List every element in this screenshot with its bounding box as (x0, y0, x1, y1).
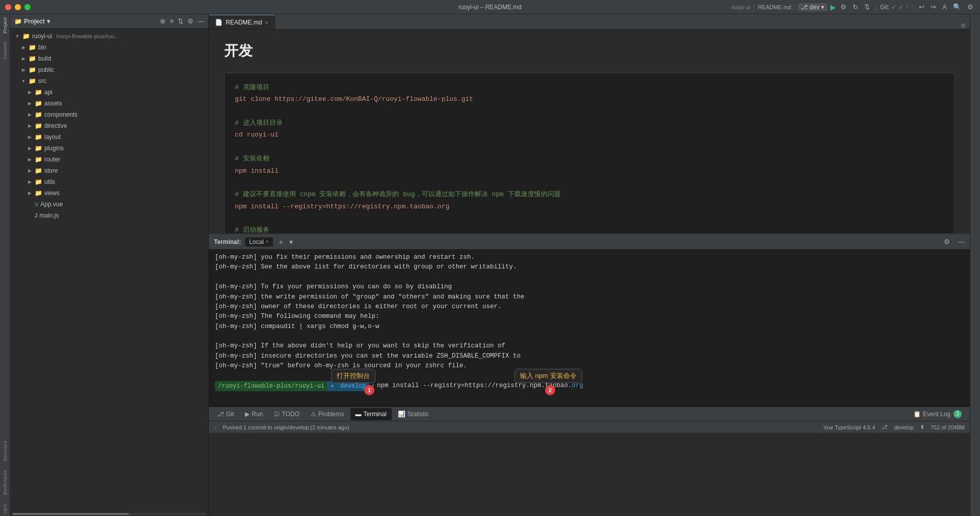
api-label: api (44, 89, 52, 96)
terminal-tab-label: Local (249, 238, 264, 246)
term-line-5: [oh-my-zsh] owner of these directories i… (215, 302, 964, 312)
sidebar-item-structure[interactable]: Structure (3, 441, 8, 461)
term-line-10: [oh-my-zsh] "true" before oh-my-zsh is s… (215, 361, 964, 371)
redo-icon[interactable]: ↪ (929, 3, 938, 11)
terminal-local-tab[interactable]: Local × (245, 237, 273, 247)
status-bar: ↑ Pushed 1 commit to origin/develop (2 m… (209, 421, 970, 433)
terminal-header: Terminal: Local × + ▾ ⚙ — (209, 234, 970, 250)
tab-close-icon[interactable]: × (265, 19, 268, 25)
tree-item-layout[interactable]: ▶ 📁 layout (10, 131, 208, 143)
settings-gear-icon[interactable]: ⚙ (187, 17, 194, 25)
tree-item-bin[interactable]: ▶ 📁 bin (10, 42, 208, 53)
tree-item-store[interactable]: ▶ 📁 store (10, 165, 208, 176)
tab-terminal[interactable]: ▬ Terminal (350, 408, 392, 420)
tree-item-utils[interactable]: ▶ 📁 utils (10, 176, 208, 187)
tree-item-public[interactable]: ▶ 📁 public (10, 64, 208, 75)
tree-item-appvue[interactable]: V App.vue (10, 199, 208, 210)
tree-item-components[interactable]: ▶ 📁 components (10, 109, 208, 120)
search-icon[interactable]: 🔍 (951, 3, 963, 11)
arrow-layout: ▶ (26, 134, 33, 140)
todo-tab-icon: ☑ (274, 411, 280, 418)
term-line-9: [oh-my-zsh] insecure directories you can… (215, 351, 964, 361)
settings-icon[interactable]: ⚙ (966, 3, 975, 11)
minimize-window-btn[interactable] (15, 4, 21, 10)
folder-store-icon: 📁 (35, 167, 42, 174)
tab-git[interactable]: ⎇ Git (212, 408, 239, 420)
tab-statistic[interactable]: 📊 Statistic (393, 408, 434, 420)
section-heading: 开发 (224, 40, 955, 63)
maximize-window-btn[interactable] (24, 4, 31, 10)
run-button[interactable]: ▶ (830, 3, 836, 11)
terminal-tab-label-bottom: Terminal (364, 411, 387, 418)
folder-layout-icon: 📁 (35, 133, 42, 141)
sidebar-item-commit[interactable]: Commit (3, 42, 8, 59)
prompt-branch: ✦ (328, 381, 337, 392)
window-title: ruoyi-ui – README.md (458, 4, 522, 11)
add-file-icon[interactable]: ⊕ (160, 17, 166, 25)
tab-run[interactable]: ▶ Run (240, 408, 268, 420)
eventlog-badge: 3 (954, 410, 962, 418)
root-label: ruoyi-ui (32, 33, 52, 40)
tab-todo[interactable]: ☑ TODO (269, 408, 304, 420)
tree-item-views[interactable]: ▶ 📁 views (10, 187, 208, 199)
git-push-icon: ↑ (906, 4, 909, 11)
tree-root[interactable]: ▼ 📁 ruoyi-ui /ruoyi-flowable-plus/ruo... (10, 31, 208, 42)
project-dropdown-icon[interactable]: ▾ (47, 18, 50, 25)
tree-item-plugins[interactable]: ▶ 📁 plugins (10, 143, 208, 154)
sidebar-item-bookmarks[interactable]: Bookmarks (3, 470, 8, 495)
undo-icon[interactable]: ↩ (917, 3, 926, 11)
terminal-body[interactable]: [oh-my-zsh] you fix their permissions an… (209, 250, 970, 406)
statistic-tab-icon: 📊 (398, 411, 405, 418)
terminal-settings-icon[interactable]: ⚙ (944, 238, 950, 246)
branch-selector[interactable]: ⎇ dev ▾ (798, 3, 827, 11)
terminal-tab-close[interactable]: × (266, 239, 269, 245)
term-line-7: [oh-my-zsh] compaudit | xargs chmod g-w,… (215, 322, 964, 332)
assets-label: assets (44, 100, 62, 107)
tree-scrollbar[interactable] (10, 512, 208, 516)
sort-icon[interactable]: ⇅ (178, 17, 183, 25)
terminal-section: Terminal: Local × + ▾ ⚙ — [oh-my-zsh] yo… (209, 233, 970, 406)
tree-item-mainjs[interactable]: J main.js (10, 210, 208, 221)
add-terminal-icon[interactable]: + (279, 238, 283, 246)
arrow-public: ▶ (20, 67, 26, 73)
root-path: /ruoyi-flowable-plus/ruo... (56, 33, 119, 39)
git-tab-label: Git (226, 411, 234, 418)
terminal-minimize-icon[interactable]: — (958, 238, 965, 246)
tab-settings-icon[interactable]: ⚙ (961, 22, 970, 29)
term-line-4: [oh-my-zsh] the write permission of "gro… (215, 292, 964, 302)
tab-eventlog[interactable]: 📋 Event Log 3 (908, 408, 967, 420)
collapse-all-icon[interactable]: ≡ (170, 17, 174, 25)
prompt-path: /ruoyi-flowable-plus/ruoyi-ui (215, 381, 328, 392)
sidebar-item-npm[interactable]: npm (3, 503, 8, 513)
tab-problems[interactable]: ⚠ Problems (306, 408, 349, 420)
tree-item-build[interactable]: ▶ 📁 build (10, 53, 208, 64)
tree-item-directive[interactable]: ▶ 📁 directive (10, 120, 208, 131)
folder-build-icon: 📁 (29, 55, 36, 62)
reload-icon[interactable]: ↻ (851, 3, 860, 11)
terminal-prompt: /ruoyi-flowable-plus/ruoyi-ui ✦ develop … (215, 381, 964, 392)
branch-dropdown-icon: ▾ (821, 4, 824, 11)
tree-item-assets[interactable]: ▶ 📁 assets (10, 98, 208, 109)
code-block: # 克隆项目 git clone https://gitee.com/KonBA… (224, 73, 955, 233)
project-panel: 📁 Project ▾ ⊕ ≡ ⇅ ⚙ — ▼ 📁 ruoyi-ui /ruoy… (10, 14, 209, 516)
build-icon[interactable]: ⚙ (839, 3, 848, 11)
layout-label: layout (44, 133, 61, 141)
git-tab-icon: ⎇ (217, 411, 224, 418)
arrow-components: ▶ (26, 112, 33, 118)
folder-utils-icon: 📁 (35, 178, 42, 185)
language-label: Vue TypeScript 4.5.4 (824, 424, 876, 430)
editor-tab-readme[interactable]: 📄 README.md × (209, 15, 275, 29)
close-window-btn[interactable] (5, 4, 11, 10)
app-tab[interactable]: ruoyi-ui (732, 4, 750, 10)
sidebar-item-project[interactable]: Project (3, 17, 8, 34)
src-label: src (38, 77, 46, 85)
sync-icon[interactable]: ⇅ (863, 3, 872, 11)
translate-icon[interactable]: A (941, 3, 948, 11)
terminal-dropdown-icon[interactable]: ▾ (289, 238, 293, 246)
tree-item-src[interactable]: ▼ 📁 src (10, 75, 208, 87)
tree-item-api[interactable]: ▶ 📁 api (10, 87, 208, 98)
views-label: views (44, 189, 60, 197)
close-panel-icon[interactable]: — (198, 17, 204, 25)
git-push-status-icon: ↑ (214, 424, 217, 430)
tree-item-router[interactable]: ▶ 📁 router (10, 154, 208, 165)
